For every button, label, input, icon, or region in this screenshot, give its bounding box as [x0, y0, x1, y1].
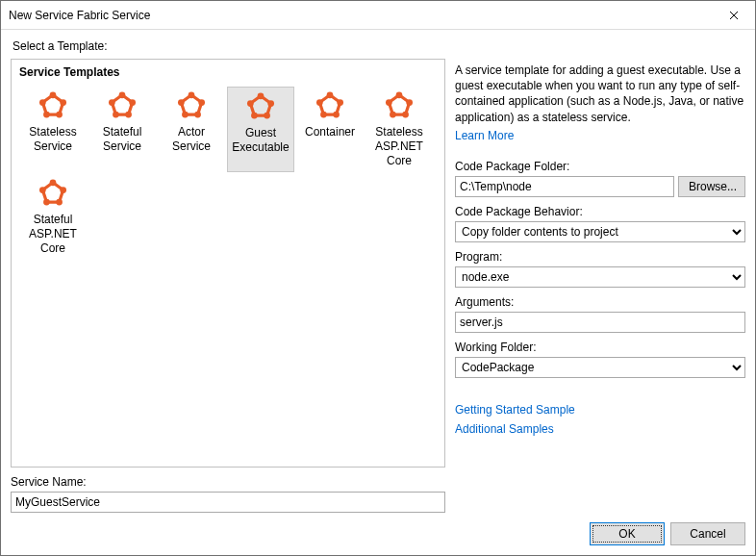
getting-started-link[interactable]: Getting Started Sample [455, 403, 745, 417]
template-label: Stateful Service [103, 125, 142, 154]
svg-point-15 [194, 112, 201, 118]
service-fabric-icon [384, 90, 415, 121]
template-label: Stateless ASP.NET Core [375, 125, 423, 168]
working-folder-label: Working Folder: [455, 341, 745, 354]
service-fabric-icon [38, 178, 68, 209]
details-pane: A service template for adding a guest ex… [455, 59, 745, 468]
svg-point-29 [316, 99, 323, 106]
svg-point-34 [390, 112, 396, 118]
svg-point-7 [119, 91, 126, 98]
svg-point-28 [320, 112, 327, 118]
template-label: Guest Executable [232, 126, 289, 155]
svg-point-31 [396, 91, 403, 98]
browse-button[interactable]: Browse... [678, 176, 745, 197]
svg-point-3 [56, 112, 63, 118]
svg-point-10 [113, 112, 119, 118]
template-item[interactable]: Stateless ASP.NET Core [365, 87, 433, 172]
svg-point-35 [386, 99, 392, 106]
dialog-body: Select a Template: Service Templates Sta… [1, 30, 755, 513]
template-item[interactable]: Guest Executable [227, 87, 294, 172]
svg-point-14 [198, 99, 205, 106]
svg-point-4 [43, 112, 50, 118]
svg-point-2 [60, 99, 66, 106]
program-select[interactable]: node.exe [455, 266, 745, 288]
templates-panel: Service Templates Stateless ServiceState… [11, 59, 445, 468]
code-package-folder-label: Code Package Folder: [455, 160, 745, 173]
template-item[interactable]: Stateful Service [88, 87, 156, 172]
template-label: Stateless Service [29, 125, 76, 154]
svg-point-27 [333, 112, 340, 118]
svg-point-19 [258, 92, 265, 99]
service-name-label: Service Name: [11, 475, 745, 489]
titlebar: New Service Fabric Service [1, 1, 755, 30]
ok-button[interactable]: OK [590, 522, 665, 545]
sample-links: Getting Started Sample Additional Sample… [455, 403, 745, 442]
service-fabric-icon [38, 90, 68, 121]
svg-point-33 [402, 112, 409, 118]
additional-samples-link[interactable]: Additional Samples [455, 422, 745, 436]
svg-point-32 [406, 99, 413, 106]
cancel-button[interactable]: Cancel [670, 522, 745, 545]
program-label: Program: [455, 250, 745, 264]
service-fabric-icon [245, 91, 276, 122]
svg-point-5 [39, 99, 46, 106]
code-package-folder-input[interactable] [455, 176, 674, 197]
svg-point-23 [247, 100, 254, 107]
template-item[interactable]: Actor Service [158, 87, 225, 172]
working-folder-select[interactable]: CodePackage [455, 357, 745, 378]
svg-point-22 [251, 113, 258, 119]
service-fabric-icon [315, 90, 345, 121]
svg-point-9 [125, 112, 132, 118]
svg-point-8 [129, 99, 136, 106]
main-area: Service Templates Stateless ServiceState… [11, 59, 745, 468]
template-item[interactable]: Stateful ASP.NET Core [19, 174, 87, 260]
template-item[interactable]: Container [296, 87, 364, 172]
window-title: New Service Fabric Service [9, 9, 150, 22]
svg-point-13 [189, 91, 195, 98]
dialog-footer: OK Cancel [1, 513, 755, 555]
select-template-label: Select a Template: [13, 39, 745, 53]
template-label: Container [305, 125, 355, 139]
arguments-label: Arguments: [455, 295, 745, 309]
svg-point-16 [182, 112, 189, 118]
template-description: A service template for adding a guest ex… [455, 63, 745, 125]
svg-point-1 [50, 91, 57, 98]
svg-point-26 [337, 99, 343, 106]
svg-point-38 [60, 187, 66, 193]
service-name-input[interactable] [11, 492, 445, 513]
service-fabric-icon [107, 90, 138, 121]
dialog-window: New Service Fabric Service Select a Temp… [0, 0, 756, 556]
svg-point-20 [267, 100, 274, 107]
learn-more-link[interactable]: Learn More [455, 129, 745, 142]
svg-point-11 [109, 99, 115, 106]
svg-point-37 [50, 179, 57, 186]
code-package-behavior-label: Code Package Behavior: [455, 205, 745, 218]
close-button[interactable] [712, 1, 755, 30]
svg-point-41 [39, 187, 46, 193]
svg-point-21 [264, 113, 270, 119]
svg-point-40 [43, 199, 50, 206]
close-icon [729, 11, 739, 20]
service-fabric-icon [176, 90, 207, 121]
template-label: Stateful ASP.NET Core [29, 213, 77, 256]
svg-point-39 [56, 199, 63, 206]
arguments-input[interactable] [455, 312, 745, 333]
templates-group-header: Service Templates [19, 65, 437, 79]
service-name-section: Service Name: [11, 475, 745, 513]
template-item[interactable]: Stateless Service [19, 87, 87, 172]
template-label: Actor Service [160, 125, 223, 154]
templates-grid: Stateless ServiceStateful ServiceActor S… [19, 87, 437, 260]
svg-point-17 [178, 99, 185, 106]
svg-point-25 [327, 91, 334, 98]
code-package-behavior-select[interactable]: Copy folder contents to project [455, 221, 745, 242]
